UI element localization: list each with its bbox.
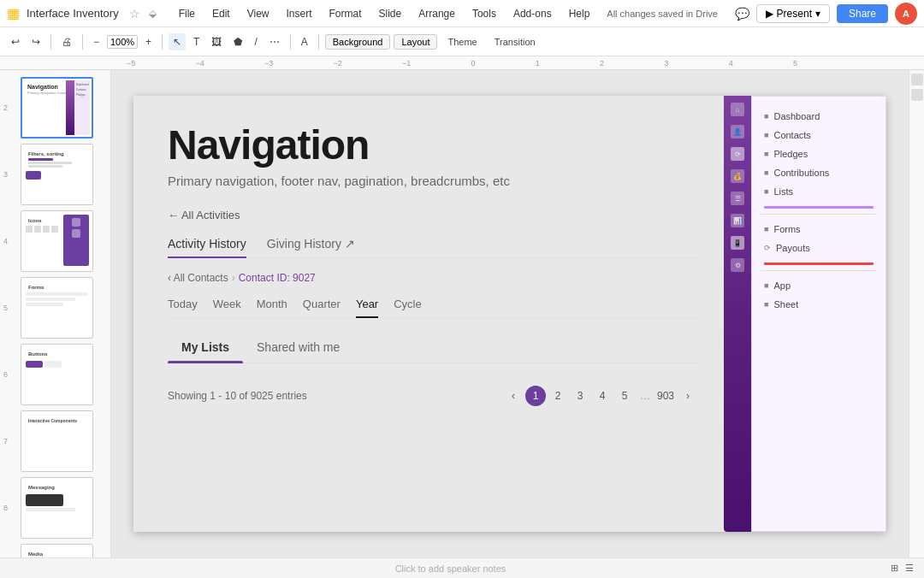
nav-item-contributions[interactable]: ■ Contributions — [761, 163, 877, 182]
page-903[interactable]: 903 — [655, 386, 676, 406]
user-avatar[interactable]: A — [895, 3, 917, 25]
ruler: −5 −4 −3 −2 −1 0 1 2 3 4 5 — [0, 56, 924, 70]
menu-file[interactable]: File — [175, 6, 198, 21]
redo-button[interactable]: ↪ — [27, 33, 44, 50]
tab-my-lists[interactable]: My Lists — [168, 335, 243, 363]
nav-icon-pledges[interactable]: ⟳ — [731, 147, 744, 161]
saved-message: All changes saved in Drive — [607, 9, 727, 19]
menu-help[interactable]: Help — [566, 6, 594, 21]
pagination-prev[interactable]: ‹ — [503, 386, 524, 406]
image-tool[interactable]: 🖼 — [207, 33, 226, 50]
slide-thumb-9[interactable]: 9 Media — [21, 544, 93, 557]
line-tool[interactable]: / — [250, 33, 261, 50]
slide-thumb-5[interactable]: 5 Forms — [21, 277, 93, 339]
cursor-tool[interactable]: ↖ — [169, 33, 186, 50]
shape-tool[interactable]: ⬟ — [229, 33, 246, 50]
slide-thumb-8[interactable]: 8 Messaging — [21, 477, 93, 539]
menu-insert[interactable]: Insert — [283, 6, 316, 21]
grid-view-icon[interactable]: ⊞ — [891, 563, 898, 574]
payouts-icon: ⟳ — [764, 244, 771, 252]
layout-button[interactable]: Layout — [394, 34, 437, 50]
tab-cycle[interactable]: Cycle — [394, 298, 422, 317]
zoom-input[interactable] — [107, 35, 138, 49]
time-period-tabs: Today Week Month Quarter Year Cycle — [168, 298, 698, 318]
slide-thumb-4[interactable]: 4 Icons — [21, 210, 93, 272]
theme-button[interactable]: Theme — [441, 35, 483, 49]
zoom-out-button[interactable]: − — [89, 33, 104, 50]
page-4[interactable]: 4 — [592, 386, 613, 406]
right-panel-btn-2[interactable] — [911, 89, 923, 101]
nav-icon-home[interactable]: ⌂ — [731, 103, 744, 116]
tab-giving-history[interactable]: Giving History ↗ — [267, 237, 355, 257]
sheet-icon: ■ — [764, 300, 768, 309]
slide-thumb-6[interactable]: 6 Buttons — [21, 344, 93, 405]
nav-item-sheet[interactable]: ■ Sheet — [761, 295, 877, 314]
nav-item-pledges[interactable]: ■ Pledges — [761, 144, 877, 163]
tab-today[interactable]: Today — [168, 298, 198, 317]
nav-item-payouts[interactable]: ⟳ Payouts — [761, 239, 877, 257]
nav-icon-reports[interactable]: 📊 — [731, 214, 744, 227]
menu-addons[interactable]: Add-ons — [510, 6, 555, 21]
tab-month[interactable]: Month — [257, 298, 287, 317]
bottom-bar-right: ⊞ ☰ — [891, 563, 914, 574]
page-1[interactable]: 1 — [525, 386, 546, 406]
more-shapes[interactable]: ⋯ — [265, 33, 284, 50]
share-button[interactable]: Share — [837, 4, 888, 23]
nav-item-dashboard[interactable]: ■ Dashboard — [761, 107, 877, 126]
nav-icon-contributions[interactable]: 💰 — [731, 169, 744, 183]
nav-divider-2 — [761, 270, 877, 271]
lists-tab-nav: My Lists Shared with me — [168, 335, 698, 363]
nav-item-lists[interactable]: ■ Lists — [761, 182, 877, 201]
canvas-area: Navigation Primary navigation, footer na… — [111, 70, 909, 557]
slide-thumb-3[interactable]: 3 Filters, sorting — [21, 144, 93, 205]
tab-quarter[interactable]: Quarter — [303, 298, 341, 317]
slide-thumb-7[interactable]: 7 Interactive Components — [21, 410, 93, 472]
nav-item-contacts[interactable]: ■ Contacts — [761, 126, 877, 144]
present-button[interactable]: ▶ Present ▾ — [756, 4, 830, 23]
menu-format[interactable]: Format — [326, 6, 365, 21]
nav-item-forms[interactable]: ■ Forms — [761, 220, 877, 239]
breadcrumb: ← All Activities — [168, 209, 698, 221]
dashboard-icon: ■ — [764, 112, 768, 121]
menu-tools[interactable]: Tools — [469, 6, 500, 21]
tab-shared-with-me[interactable]: Shared with me — [243, 335, 353, 363]
slide-thumb-2[interactable]: 2 Navigation Primary navigation, footer … — [21, 77, 93, 139]
back-link[interactable]: ← All Activities — [168, 209, 240, 221]
menu-edit[interactable]: Edit — [209, 6, 234, 21]
tab-week[interactable]: Week — [213, 298, 241, 317]
menu-view[interactable]: View — [244, 6, 273, 21]
forms-icon: ■ — [764, 225, 768, 233]
nav-icon-contacts[interactable]: 👤 — [731, 125, 744, 139]
all-contacts-link[interactable]: ‹ All Contacts — [168, 272, 228, 284]
page-2[interactable]: 2 — [548, 386, 568, 406]
right-panel-btn-1[interactable] — [911, 74, 923, 86]
star-icon[interactable]: ☆ — [129, 7, 140, 21]
menu-bar: ▦ Interface Inventory ☆ ⬙ File Edit View… — [0, 0, 924, 27]
speaker-notes-prompt[interactable]: Click to add speaker notes — [395, 563, 506, 574]
page-5[interactable]: 5 — [614, 386, 635, 406]
contact-id[interactable]: Contact ID: 9027 — [239, 272, 316, 284]
print-button[interactable]: 🖨 — [57, 33, 76, 50]
transition-button[interactable]: Transition — [488, 35, 542, 49]
background-button[interactable]: Background — [325, 34, 391, 50]
app-nav-icon: ■ — [764, 281, 768, 290]
text-tool[interactable]: T — [189, 33, 204, 50]
list-view-icon[interactable]: ☰ — [905, 563, 914, 574]
app-icon: ▦ — [7, 5, 20, 21]
undo-button[interactable]: ↩ — [7, 33, 24, 50]
menu-slide[interactable]: Slide — [376, 6, 406, 21]
zoom-in-button[interactable]: + — [141, 33, 156, 50]
nav-icon-settings[interactable]: ⚙ — [731, 258, 744, 272]
tab-year[interactable]: Year — [356, 298, 378, 317]
slide-title: Navigation — [168, 121, 698, 168]
pagination-next[interactable]: › — [678, 386, 698, 406]
contacts-icon: ■ — [764, 131, 768, 139]
nav-icon-mobile[interactable]: 📱 — [731, 236, 744, 250]
nav-icon-lists[interactable]: ☰ — [731, 192, 744, 205]
menu-arrange[interactable]: Arrange — [415, 6, 459, 21]
comments-icon[interactable]: 💬 — [735, 7, 749, 21]
bg-color[interactable]: A — [297, 33, 312, 50]
nav-item-app[interactable]: ■ App — [761, 276, 877, 295]
tab-activity-history[interactable]: Activity History — [168, 237, 246, 257]
page-3[interactable]: 3 — [570, 386, 590, 406]
